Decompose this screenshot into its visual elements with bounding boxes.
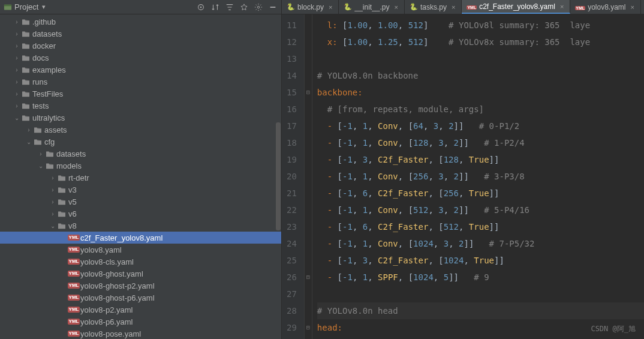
code-line[interactable]: - [-1, 3, C2f_Faster, [1024, True]] <box>317 252 644 269</box>
chevron-down-icon[interactable]: ▾ <box>41 3 46 11</box>
expand-arrow-icon[interactable]: ⌄ <box>13 115 20 121</box>
code-line[interactable]: l: [1.00, 1.00, 512] # YOLOv8l summary: … <box>317 17 644 34</box>
sort-icon[interactable] <box>210 2 220 12</box>
editor-tab[interactable]: 🐍__init__.py× <box>339 0 404 14</box>
close-icon[interactable]: × <box>392 4 398 11</box>
code-line[interactable]: - [-1, 3, C2f_Faster, [128, True]] <box>317 151 644 168</box>
expand-arrow-icon[interactable]: › <box>13 67 20 73</box>
code-line[interactable]: - [-1, 1, Conv, [512, 3, 2]] # 5-P4/16 <box>317 202 644 218</box>
editor-tab[interactable]: 🐍block.py× <box>282 0 339 14</box>
project-tree[interactable]: ›.github›datasets›docker›docs›examples›r… <box>0 14 281 339</box>
tree-item-label: models <box>55 161 82 170</box>
tree-folder[interactable]: ⌄ultralytics <box>0 112 281 124</box>
tree-file[interactable]: YMLyolov8.yaml <box>0 244 281 256</box>
code-line[interactable]: - [-1, 1, Conv, [1024, 3, 2]] # 7-P5/32 <box>317 235 644 252</box>
folder-icon <box>44 162 55 169</box>
scrollbar-thumb[interactable] <box>276 122 281 230</box>
tree-folder[interactable]: ›rt-detr <box>0 172 281 184</box>
tree-file[interactable]: YMLyolov8-pose.yaml <box>0 328 281 339</box>
expand-arrow-icon[interactable]: › <box>49 211 56 217</box>
tree-folder[interactable]: ›v6 <box>0 208 281 220</box>
yaml-file-icon: YML <box>68 259 79 265</box>
tree-folder[interactable]: ›runs <box>0 76 281 88</box>
expand-arrow-icon[interactable]: › <box>37 151 44 157</box>
folder-icon <box>20 90 31 97</box>
code-line[interactable]: # YOLOv8.0n backbone <box>317 67 644 84</box>
target-icon[interactable] <box>196 2 206 12</box>
code-area[interactable]: 11121314151617181920212223242526272829 ⊟… <box>282 14 644 339</box>
close-icon[interactable]: × <box>449 4 455 11</box>
tree-folder[interactable]: ›tests <box>0 100 281 112</box>
code-line[interactable]: backbone: <box>317 84 644 101</box>
tree-item-label: yolov8-p2.yaml <box>79 305 133 314</box>
code-line[interactable]: - [-1, 6, C2f_Faster, [256, True]] <box>317 185 644 202</box>
minimize-icon[interactable] <box>268 2 278 12</box>
tree-file[interactable]: YMLyolov8-ghost-p2.yaml <box>0 280 281 292</box>
code-line[interactable]: # YOLOv8.0n head <box>317 302 644 319</box>
close-icon[interactable]: × <box>628 4 634 11</box>
tree-file[interactable]: YMLyolov8-p6.yaml <box>0 316 281 328</box>
sidebar-scrollbar[interactable] <box>275 14 281 339</box>
tree-folder[interactable]: ›docs <box>0 52 281 64</box>
tree-item-label: .github <box>31 17 56 26</box>
code-line[interactable]: - [-1, 1, Conv, [128, 3, 2]] # 1-P2/4 <box>317 134 644 151</box>
project-title-area[interactable]: Project ▾ <box>4 2 196 11</box>
expand-arrow-icon[interactable]: › <box>25 127 32 133</box>
line-number: 12 <box>287 34 297 50</box>
expand-arrow-icon[interactable]: ⌄ <box>37 163 44 169</box>
close-icon[interactable]: × <box>558 3 564 10</box>
expand-arrow-icon[interactable]: › <box>49 199 56 205</box>
tree-folder[interactable]: ›docker <box>0 40 281 52</box>
code-line[interactable] <box>317 286 644 302</box>
fold-marker[interactable]: ⊟ <box>305 84 312 101</box>
code-line[interactable]: x: [1.00, 1.25, 512] # YOLOv8x summary: … <box>317 34 644 50</box>
close-icon[interactable]: × <box>326 4 332 11</box>
expand-arrow-icon[interactable]: › <box>13 19 20 25</box>
code-line[interactable]: - [-1, 1, Conv, [256, 3, 2]] # 3-P3/8 <box>317 168 644 185</box>
tree-folder[interactable]: ›examples <box>0 64 281 76</box>
filter-icon[interactable] <box>225 2 234 12</box>
project-title: Project <box>14 2 38 11</box>
tree-folder[interactable]: ›datasets <box>0 28 281 40</box>
fold-column[interactable]: ⊟⊟⊟ <box>304 14 312 339</box>
tree-folder[interactable]: ›v3 <box>0 184 281 196</box>
fold-marker[interactable]: ⊟ <box>305 269 312 286</box>
fold-marker <box>305 101 312 118</box>
expand-arrow-icon[interactable]: › <box>13 91 20 97</box>
expand-arrow-icon[interactable]: › <box>49 175 56 181</box>
code-content[interactable]: l: [1.00, 1.00, 512] # YOLOv8l summary: … <box>312 14 644 339</box>
tree-folder[interactable]: ⌄v8 <box>0 220 281 232</box>
tree-folder[interactable]: ›TestFiles <box>0 88 281 100</box>
expand-arrow-icon[interactable]: ⌄ <box>25 139 32 145</box>
expand-arrow-icon[interactable]: › <box>13 43 20 49</box>
tree-folder[interactable]: ›v5 <box>0 196 281 208</box>
tree-file[interactable]: YMLyolov8-cls.yaml <box>0 256 281 268</box>
editor-tab[interactable]: YMLyolov8.yaml× <box>570 0 641 14</box>
yaml-file-icon: YML <box>467 2 477 11</box>
expand-arrow-icon[interactable]: ⌄ <box>49 223 56 229</box>
code-line[interactable]: - [-1, 1, Conv, [64, 3, 2]] # 0-P1/2 <box>317 118 644 134</box>
gear-icon[interactable] <box>254 2 263 12</box>
expand-arrow-icon[interactable]: › <box>13 55 20 61</box>
fold-marker[interactable]: ⊟ <box>305 319 312 336</box>
code-line[interactable]: - [-1, 6, C2f_Faster, [512, True]] <box>317 218 644 235</box>
tree-folder[interactable]: ›datasets <box>0 148 281 160</box>
tree-file[interactable]: YMLyolov8-ghost.yaml <box>0 268 281 280</box>
code-line[interactable]: - [-1, 1, SPPF, [1024, 5]] # 9 <box>317 269 644 286</box>
tree-file[interactable]: YMLc2f_Faster_yolov8.yaml <box>0 232 281 244</box>
tree-folder[interactable]: ⌄models <box>0 160 281 172</box>
code-line[interactable]: # [from, repeats, module, args] <box>317 101 644 118</box>
star-icon[interactable] <box>239 2 249 12</box>
expand-arrow-icon[interactable]: › <box>49 187 56 193</box>
expand-arrow-icon[interactable]: › <box>13 79 20 85</box>
editor-tab[interactable]: YMLc2f_Faster_yolov8.yaml× <box>462 0 570 14</box>
expand-arrow-icon[interactable]: › <box>13 103 20 109</box>
expand-arrow-icon[interactable]: › <box>13 31 20 37</box>
tree-folder[interactable]: ⌄cfg <box>0 136 281 148</box>
tree-file[interactable]: YMLyolov8-p2.yaml <box>0 304 281 316</box>
tree-folder[interactable]: ›.github <box>0 16 281 28</box>
code-line[interactable] <box>317 50 644 67</box>
tree-file[interactable]: YMLyolov8-ghost-p6.yaml <box>0 292 281 304</box>
editor-tab[interactable]: 🐍tasks.py× <box>405 0 462 14</box>
tree-folder[interactable]: ›assets <box>0 124 281 136</box>
